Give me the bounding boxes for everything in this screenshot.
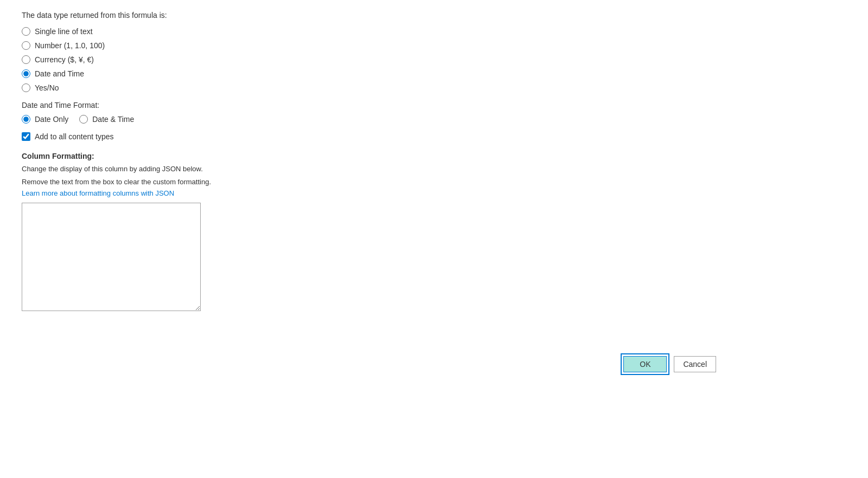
radio-item-yes-no[interactable]: Yes/No <box>22 83 846 92</box>
formatting-json-link[interactable]: Learn more about formatting columns with… <box>22 189 846 197</box>
radio-item-date-only[interactable]: Date Only <box>22 115 68 124</box>
date-format-group: Date Only Date & Time <box>22 115 846 124</box>
add-to-all-checkbox[interactable] <box>22 132 30 141</box>
radio-label-date-and-time: Date & Time <box>92 115 134 124</box>
radio-currency[interactable] <box>22 55 30 64</box>
radio-label-date-only: Date Only <box>35 115 68 124</box>
radio-date-only[interactable] <box>22 115 30 124</box>
cancel-button[interactable]: Cancel <box>674 356 716 372</box>
ok-button[interactable]: OK <box>623 356 667 372</box>
radio-yes-no[interactable] <box>22 83 30 92</box>
radio-label-date-time: Date and Time <box>35 69 84 78</box>
date-format-label: Date and Time Format: <box>22 101 846 109</box>
column-formatting-desc2: Remove the text from the box to clear th… <box>22 177 846 188</box>
column-formatting-title: Column Formatting: <box>22 152 846 160</box>
add-to-all-checkbox-item[interactable]: Add to all content types <box>22 132 846 141</box>
radio-date-time[interactable] <box>22 69 30 78</box>
button-area: OK Cancel <box>621 353 716 375</box>
radio-date-and-time[interactable] <box>79 115 88 124</box>
radio-label-number: Number (1, 1.0, 100) <box>35 41 105 50</box>
radio-item-date-and-time[interactable]: Date & Time <box>79 115 134 124</box>
formula-label: The data type returned from this formula… <box>22 11 846 20</box>
data-type-radio-group: Single line of text Number (1, 1.0, 100)… <box>22 27 846 92</box>
radio-item-single-line[interactable]: Single line of text <box>22 27 846 36</box>
radio-label-single-line: Single line of text <box>35 27 93 36</box>
ok-button-wrapper: OK <box>621 353 669 375</box>
column-formatting-desc1: Change the display of this column by add… <box>22 164 846 175</box>
main-content: The data type returned from this formula… <box>0 0 868 324</box>
json-textarea[interactable] <box>22 203 201 311</box>
radio-item-date-time[interactable]: Date and Time <box>22 69 846 78</box>
radio-single-line[interactable] <box>22 27 30 36</box>
radio-item-number[interactable]: Number (1, 1.0, 100) <box>22 41 846 50</box>
add-to-all-label: Add to all content types <box>35 132 114 141</box>
radio-item-currency[interactable]: Currency ($, ¥, €) <box>22 55 846 64</box>
radio-number[interactable] <box>22 41 30 50</box>
column-formatting-section: Column Formatting: Change the display of… <box>22 152 846 313</box>
radio-label-yes-no: Yes/No <box>35 83 59 92</box>
radio-label-currency: Currency ($, ¥, €) <box>35 55 94 64</box>
